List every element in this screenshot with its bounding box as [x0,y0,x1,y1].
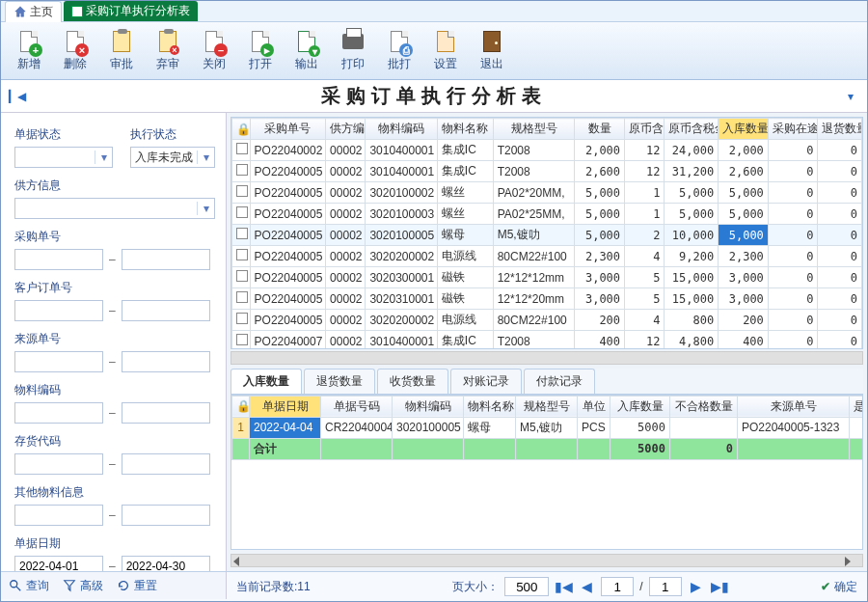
cell[interactable]: 15,000 [665,288,719,310]
open-button[interactable]: ▸打开 [238,25,283,77]
cell[interactable]: 0 [818,331,862,349]
cell[interactable]: T2008 [493,140,575,161]
cell[interactable]: PO22040005 [250,246,326,267]
detail-grid-hscroll[interactable] [231,554,863,567]
cust-to[interactable] [122,300,210,321]
cell[interactable]: 12 [625,140,665,161]
cell[interactable]: 00002 [326,140,366,161]
first-page-icon[interactable]: ▎◀ [9,88,26,105]
cell[interactable]: 12*12*12mm [493,267,575,288]
material-to[interactable] [122,402,210,424]
cell[interactable]: 3020300001 [366,267,437,288]
cell[interactable]: 2,600 [719,161,769,182]
other-to[interactable] [122,505,210,526]
cell[interactable]: T2008 [493,331,575,349]
cell[interactable]: 0 [768,140,818,161]
po-to[interactable] [122,249,210,270]
cell[interactable]: PCS [578,417,610,438]
row-checkbox[interactable] [232,161,251,182]
next-page-button[interactable]: ▶ [688,579,705,594]
cell[interactable]: 400 [719,331,769,349]
cell[interactable]: 0 [768,161,818,182]
cell[interactable]: 2,000 [719,140,769,161]
tab-report[interactable]: 采购订单执行分析表 [64,1,198,21]
cell[interactable]: 0 [768,182,818,204]
detail-tab[interactable]: 对账记录 [450,369,522,394]
cell[interactable]: PO22040005 [250,161,326,182]
cell[interactable]: 3020100003 [366,204,437,225]
cell[interactable]: 0 [818,246,862,267]
cell[interactable]: 0 [818,182,862,204]
cell[interactable]: 5,000 [575,204,625,225]
table-row[interactable]: PO22040002000023010400001集成ICT20082,0001… [232,140,862,161]
cell[interactable]: 0 [818,267,862,288]
cell[interactable]: 5,000 [665,182,719,204]
cell[interactable]: CR22040004 [321,417,393,438]
cell[interactable]: 5000 [610,417,670,438]
query-button[interactable]: 查询 [9,578,49,594]
status-select[interactable]: ▾ [14,147,113,168]
po-from[interactable] [14,249,103,270]
cell[interactable]: 4 [625,310,665,331]
cell[interactable]: PO22040005 [250,288,326,310]
prev-page-button[interactable]: ◀ [578,579,595,594]
cell[interactable]: 0 [768,225,818,246]
cell[interactable]: PA02*25MM, [493,204,575,225]
cell[interactable] [670,417,738,438]
cell[interactable]: 2,600 [575,161,625,182]
cell[interactable]: 0 [818,140,862,161]
table-row[interactable]: PO22040005000023010400001集成ICT20082,6001… [232,161,862,182]
cell[interactable]: 1 [232,417,250,438]
cell[interactable]: 集成IC [437,140,493,161]
cell[interactable]: 31,200 [665,161,719,182]
cell[interactable]: 1 [625,182,665,204]
cell[interactable]: 0 [768,204,818,225]
detail-header[interactable]: 是 [850,396,864,417]
cell[interactable]: 2,300 [719,246,769,267]
cell[interactable]: 10,000 [665,225,719,246]
cell[interactable]: 螺丝 [437,204,493,225]
cell[interactable]: 24,000 [665,140,719,161]
cell[interactable]: 2022-04-04 [250,417,321,438]
grid-header[interactable]: 采购在途量 [768,119,818,140]
stock-to[interactable] [122,453,210,475]
grid-header[interactable]: 原币含税 [625,119,665,140]
cell[interactable]: 集成IC [437,331,493,349]
cell[interactable]: PO22040002 [250,140,326,161]
cell[interactable]: 3,000 [719,288,769,310]
cell[interactable]: 400 [575,331,625,349]
cell[interactable]: 00002 [326,331,366,349]
cell[interactable]: 5,000 [665,204,719,225]
collapse-icon[interactable]: ▾ [842,88,859,105]
cell[interactable]: PO22040007 [250,331,326,349]
row-checkbox[interactable] [232,225,251,246]
cell[interactable]: M5,镀叻 [493,225,575,246]
detail-header[interactable]: 单据日期 [250,396,321,417]
supplier-select[interactable]: ▾ [14,198,215,219]
table-row[interactable]: PO22040005000023020310001磁铁12*12*20mm3,0… [232,288,862,310]
cell[interactable]: 3,000 [575,267,625,288]
add-button[interactable]: +新增 [7,25,51,77]
cell[interactable]: 200 [575,310,625,331]
cell[interactable]: 3020100005 [366,225,437,246]
exit-button[interactable]: 退出 [470,25,514,77]
cell[interactable]: 800 [665,310,719,331]
cell[interactable]: 12 [625,331,665,349]
grid-header[interactable]: 原币含税金额 [665,119,719,140]
cell[interactable]: 80CM22#100 [493,310,575,331]
detail-header[interactable]: 单位 [578,396,610,417]
row-checkbox[interactable] [232,182,251,204]
cell[interactable]: 2 [625,225,665,246]
row-checkbox[interactable] [232,267,251,288]
cell[interactable]: 0 [768,246,818,267]
main-grid[interactable]: 🔒采购单号供方编码物料编码物料名称规格型号数量原币含税原币含税金额入库数量采购在… [231,117,863,349]
grid-header[interactable]: 物料编码 [366,119,437,140]
cell[interactable]: PO22040005 [250,225,326,246]
advanced-button[interactable]: 高级 [63,578,103,594]
detail-header[interactable]: 规格型号 [516,396,578,417]
cell[interactable]: 00002 [326,246,366,267]
detail-header[interactable]: 物料名称 [464,396,516,417]
main-grid-hscroll[interactable] [231,351,863,365]
cell[interactable]: PO22040005 [250,204,326,225]
cell[interactable]: 5,000 [575,225,625,246]
